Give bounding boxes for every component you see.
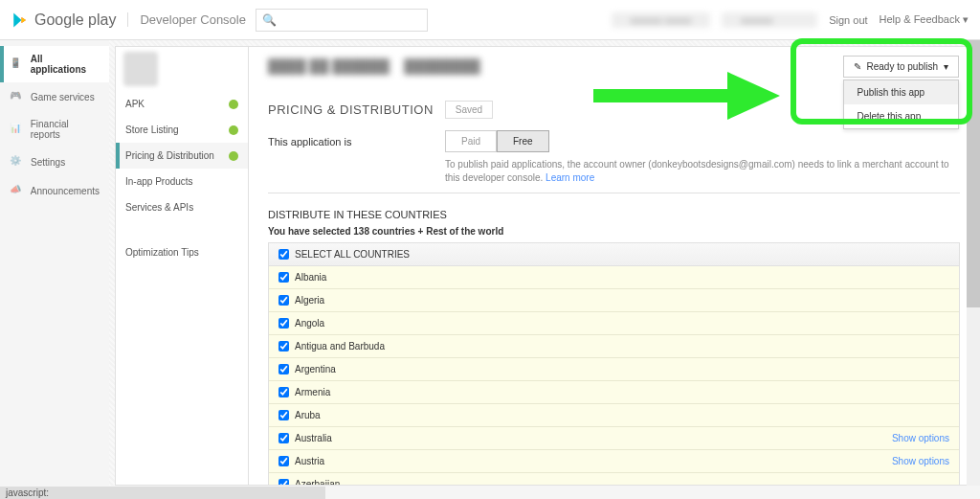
nav-label: Game services — [31, 92, 95, 102]
country-row: Argentina — [269, 358, 959, 381]
optimization-tips[interactable]: Optimization Tips — [116, 239, 248, 265]
publish-dropdown: ✎ Ready to publish ▾ Publish this appDel… — [843, 56, 960, 129]
email-blurred: xxxxxx — [722, 12, 817, 28]
country-row: AustraliaShow options — [269, 427, 959, 450]
nav-label: Announcements — [31, 186, 100, 196]
browser-status-bar: javascript: — [0, 487, 325, 499]
app-nav-apk[interactable]: APK — [116, 91, 248, 117]
nav-item-announcements[interactable]: 📣Announcements — [0, 176, 109, 205]
header: Google play Developer Console 🔍 xxxxxx x… — [0, 0, 980, 40]
country-row: AustriaShow options — [269, 450, 959, 473]
country-name: Angola — [295, 318, 324, 329]
nav-label: Settings — [31, 157, 65, 168]
check-icon — [229, 151, 238, 161]
scrollbar-thumb[interactable] — [967, 40, 980, 307]
app-title-blurred: ████ ██ ██████ ████████ — [268, 58, 480, 74]
publish-btn-label: Ready to publish — [867, 61, 939, 72]
country-row: Aruba — [269, 404, 959, 427]
app-nav: APKStore ListingPricing & DistributionIn… — [115, 46, 249, 486]
select-all-checkbox[interactable] — [278, 249, 289, 260]
play-icon — [11, 11, 29, 29]
country-name: Argentina — [295, 364, 336, 374]
country-checkbox[interactable] — [278, 341, 289, 352]
search-input[interactable] — [280, 14, 421, 26]
nav-icon: 📣 — [10, 184, 23, 197]
country-name: Armenia — [295, 387, 330, 397]
show-options-link[interactable]: Show options — [892, 456, 949, 466]
logo-text: Google play — [34, 11, 116, 29]
nav-icon: 📊 — [10, 123, 23, 136]
app-is-label: This application is — [268, 130, 445, 147]
scrollbar[interactable] — [967, 40, 980, 486]
app-nav-label: Store Listing — [125, 125, 179, 135]
nav-item-settings[interactable]: ⚙️Settings — [0, 147, 109, 176]
nav-label: Financial reports — [31, 119, 100, 140]
publish-menu-publish-this-app[interactable]: Publish this app — [844, 80, 959, 104]
paid-button[interactable]: Paid — [445, 130, 497, 152]
saved-badge: Saved — [445, 101, 493, 119]
logo: Google play — [11, 11, 116, 29]
country-checkbox[interactable] — [278, 456, 289, 466]
app-icon-blurred — [123, 52, 158, 86]
nav-item-all-applications[interactable]: 📱All applications — [0, 46, 109, 82]
country-checkbox[interactable] — [278, 364, 289, 374]
countries-section: DISTRIBUTE IN THESE COUNTRIES You have s… — [268, 209, 960, 486]
country-checkbox[interactable] — [278, 272, 289, 283]
learn-more-link[interactable]: Learn more — [546, 172, 594, 183]
country-name: Algeria — [295, 295, 324, 306]
countries-table: SELECT ALL COUNTRIES AlbaniaAlgeriaAngol… — [268, 242, 960, 486]
nav-label: All applications — [31, 54, 100, 75]
merchant-help-text: To publish paid applications, the accoun… — [445, 158, 960, 185]
nav-icon: 📱 — [10, 57, 23, 71]
country-name: Albania — [295, 272, 326, 283]
app-nav-label: APK — [125, 99, 145, 109]
pricing-section: PRICING & DISTRIBUTION Saved This applic… — [249, 91, 979, 486]
account-blurred: xxxxxx xxxxx — [612, 12, 711, 28]
publish-menu: Publish this appDelete this app — [843, 79, 960, 129]
app-nav-pricing-distribution[interactable]: Pricing & Distribution — [116, 143, 248, 169]
left-nav: 📱All applications🎮Game services📊Financia… — [0, 40, 109, 486]
main: 📱All applications🎮Game services📊Financia… — [0, 40, 980, 486]
show-options-link[interactable]: Show options — [892, 433, 949, 443]
country-checkbox[interactable] — [278, 479, 289, 486]
country-row: Armenia — [269, 381, 959, 404]
country-row: Azerbaijan — [269, 473, 959, 486]
ready-to-publish-button[interactable]: ✎ Ready to publish ▾ — [843, 56, 960, 78]
country-name: Austria — [295, 456, 324, 466]
country-checkbox[interactable] — [278, 410, 289, 420]
help-link[interactable]: Help & Feedback ▾ — [880, 13, 969, 26]
help-text-content: To publish paid applications, the accoun… — [445, 159, 949, 183]
search-box[interactable]: 🔍 — [256, 9, 428, 32]
console-label: Developer Console — [127, 12, 246, 27]
country-checkbox[interactable] — [278, 433, 289, 443]
select-all-row[interactable]: SELECT ALL COUNTRIES — [269, 243, 959, 266]
app-nav-store-listing[interactable]: Store Listing — [116, 117, 248, 143]
app-nav-label: Pricing & Distribution — [125, 150, 214, 161]
section-title: PRICING & DISTRIBUTION — [268, 102, 434, 117]
country-name: Azerbaijan — [295, 479, 340, 486]
country-checkbox[interactable] — [278, 295, 289, 306]
signout-link[interactable]: Sign out — [829, 14, 867, 26]
country-name: Antigua and Barbuda — [295, 341, 385, 352]
app-nav-label: Services & APIs — [125, 202, 193, 213]
header-right: xxxxxx xxxxx xxxxxx Sign out Help & Feed… — [612, 12, 969, 28]
nav-icon: 🎮 — [10, 90, 23, 103]
app-nav-in-app-products[interactable]: In-app Products — [116, 169, 248, 194]
nav-icon: ⚙️ — [10, 155, 23, 169]
pencil-icon: ✎ — [854, 61, 861, 72]
country-name: Australia — [295, 433, 332, 443]
country-checkbox[interactable] — [278, 387, 289, 397]
publish-menu-delete-this-app[interactable]: Delete this app — [844, 104, 959, 128]
country-row: Algeria — [269, 289, 959, 312]
country-checkbox[interactable] — [278, 318, 289, 329]
optimization-label: Optimization Tips — [125, 247, 199, 258]
nav-item-financial-reports[interactable]: 📊Financial reports — [0, 111, 109, 147]
country-row: Antigua and Barbuda — [269, 335, 959, 358]
app-nav-services-apis[interactable]: Services & APIs — [116, 194, 248, 220]
nav-item-game-services[interactable]: 🎮Game services — [0, 82, 109, 111]
chevron-down-icon: ▾ — [944, 61, 948, 72]
free-button[interactable]: Free — [497, 130, 549, 152]
country-name: Aruba — [295, 410, 321, 420]
search-icon: 🔍 — [262, 13, 277, 27]
paid-free-toggle: Paid Free — [445, 130, 960, 152]
